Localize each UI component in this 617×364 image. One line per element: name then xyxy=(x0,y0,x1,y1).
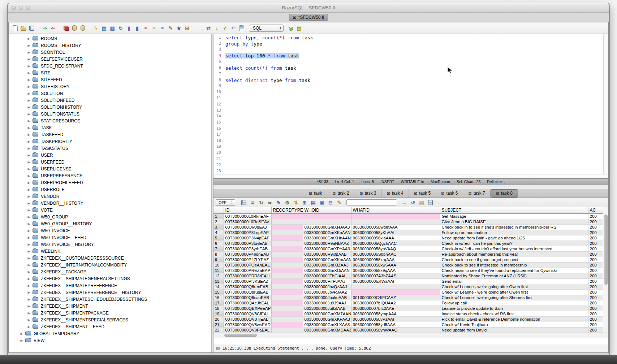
cell-id[interactable]: 00T3000000P46qnEAB xyxy=(224,251,271,257)
cell-id[interactable]: 00T3000000P3yrbEAB xyxy=(224,246,271,251)
editor-line[interactable] xyxy=(225,90,608,96)
table-row[interactable]: 2000T3000000QV8TjEAL0033000000GmXKPAA300… xyxy=(213,316,604,322)
editor-line[interactable] xyxy=(225,120,608,126)
cell-whoid[interactable]: 0033000000GmXOiAAN xyxy=(303,268,351,273)
cell-whoid[interactable]: 0033000000GmXKmAAN xyxy=(303,257,351,262)
tree-item-solutionhistory[interactable]: ▶SOLUTIONHISTORY xyxy=(9,104,211,110)
editor-line[interactable] xyxy=(225,169,608,174)
cell-recordtypeid[interactable] xyxy=(271,295,303,300)
table-hscroll-thumb[interactable] xyxy=(224,334,257,337)
disclosure-triangle-icon[interactable]: ▶ xyxy=(27,298,31,301)
cell-ac[interactable]: 200 xyxy=(588,278,604,284)
tree-item-zkfedex-shipmentpackage[interactable]: ▶ZKFEDEX__SHIPMENTPACKAGE xyxy=(9,309,211,316)
zoom-window-button[interactable] xyxy=(26,6,30,10)
abort-queries-icon[interactable] xyxy=(62,25,70,32)
table-row[interactable]: 1300T3000000PfvKSEAZ0033000000HirF8AAJ00… xyxy=(213,278,604,284)
describe-table-icon[interactable]: ▤ xyxy=(100,25,108,32)
cell-n[interactable]: 2 xyxy=(213,219,224,224)
cell-id[interactable]: 00T3000000P3N4pEAF xyxy=(224,235,271,240)
cell-subject[interactable]: Check-in w/ Ed - can he join this year? xyxy=(440,240,588,246)
results-search-input[interactable] xyxy=(346,199,397,205)
disclosure-triangle-icon[interactable]: ▶ xyxy=(27,147,31,150)
filter-results-icon[interactable]: ≡ xyxy=(249,199,256,206)
cell-whoid[interactable]: 0033000000Ju9J9AAJ xyxy=(303,300,351,306)
editor-line[interactable] xyxy=(225,162,608,169)
cell-subject[interactable]: Check-in w/ Jeff - couldn't afford last … xyxy=(440,246,588,251)
cell-id[interactable]: 00T3000000QV9FaEAL xyxy=(224,327,271,333)
cell-whoid[interactable]: 0033000000Ju9zlAAB xyxy=(303,306,351,311)
execute-lightning-icon[interactable]: ϟ xyxy=(92,25,99,32)
disclosure-triangle-icon[interactable]: ▶ xyxy=(27,119,31,123)
cell-recordtypeid[interactable] xyxy=(271,246,303,251)
disclosure-triangle-icon[interactable]: ▶ xyxy=(27,243,31,246)
tree-item-sitefeed[interactable]: ▶SITEFEED xyxy=(9,76,211,83)
result-tab-task-6[interactable]: ⊠task 6 xyxy=(436,189,463,198)
tree-item-zkfedex-shipmentspecialservices[interactable]: ▶ZKFEDEX__SHIPMENTSPECIALSERVICES xyxy=(9,316,211,323)
cell-subject[interactable]: Check back to see if good target prospec… xyxy=(440,257,588,262)
cell-ac[interactable]: 200 xyxy=(588,311,604,316)
cell-n[interactable]: 18 xyxy=(213,306,224,311)
cell-whatid[interactable]: 006300000058yhWAAQ xyxy=(351,327,440,333)
disclosure-triangle-icon[interactable]: ▶ xyxy=(27,229,31,233)
close-icon[interactable]: ⊠ xyxy=(387,191,390,196)
cell-subject[interactable]: Check back to see if interested in membe… xyxy=(440,262,588,268)
tree-item-zkfedex-shipmategeneralsettings[interactable]: ▶ZKFEDEX__SHIPMATEGENERALSETTINGS xyxy=(9,275,211,282)
tree-item-userpreference[interactable]: ▶USERPREFERENCE xyxy=(9,172,211,179)
cell-id[interactable]: 00T3000000PRR8rEAH xyxy=(224,273,271,278)
cell-whoid[interactable]: 0033000000H9aNBAAZ xyxy=(303,240,351,246)
disclosure-triangle-icon[interactable]: ▶ xyxy=(27,153,31,157)
cell-ac[interactable]: 200 xyxy=(588,251,604,257)
copy-rows-icon[interactable]: ▣ xyxy=(318,199,325,206)
highlight-pen-icon[interactable]: ✎ xyxy=(336,199,343,206)
editor-line[interactable] xyxy=(225,114,608,120)
table-row[interactable]: 400T3000000P3LopEAF0033000000GmXKnAAN006… xyxy=(213,230,604,235)
result-tab-task-4[interactable]: ⊠task 4 xyxy=(382,189,409,198)
cell-n[interactable]: 13 xyxy=(213,278,224,284)
disclosure-triangle-icon[interactable]: ▶ xyxy=(27,236,31,239)
disclosure-triangle-icon[interactable]: ▶ xyxy=(27,71,31,75)
editor-line[interactable] xyxy=(225,150,608,156)
tree-item-userlicense[interactable]: ▶USERLICENSE xyxy=(9,165,211,172)
cell-subject[interactable]: Give Jenn a BIG RAISE xyxy=(440,219,588,224)
cell-id[interactable]: 00T3000000PfvKSEAZ xyxy=(224,278,271,284)
editor-line[interactable] xyxy=(225,108,608,114)
disclosure-triangle-icon[interactable]: ▶ xyxy=(27,270,31,274)
column-header-id[interactable]: ID xyxy=(224,207,271,213)
tree-item-sitehistory[interactable]: ▶SITEHISTORY xyxy=(9,83,211,90)
cell-whatid[interactable]: 006300000058yPzAAI xyxy=(351,316,440,322)
cell-subject[interactable]: Send email xyxy=(440,278,588,284)
result-tab-task-7[interactable]: ⊠task 7 xyxy=(463,189,490,198)
table-vscrollbar[interactable] xyxy=(603,207,608,333)
cell-subject[interactable]: Check back in to see if she's interested… xyxy=(440,224,588,230)
cell-ac[interactable]: 200 xyxy=(588,213,604,219)
close-icon[interactable]: ⊠ xyxy=(359,191,363,196)
column-info-icon[interactable]: ≡ xyxy=(142,25,149,32)
cell-subject[interactable]: Need update from Bain - gave go ahead 1/… xyxy=(440,235,588,240)
editor-line[interactable]: select count(*) from task xyxy=(225,65,608,72)
cell-whatid[interactable]: 00630000007bIQUAA2 xyxy=(351,300,440,306)
column-header-whoid[interactable]: WHOID xyxy=(303,207,351,213)
refresh-results-icon[interactable]: ↻ xyxy=(258,199,265,206)
editor-vscrollbar[interactable] xyxy=(603,34,608,174)
tree-item-task[interactable]: ▶TASK xyxy=(9,124,211,131)
sort-rows-icon[interactable]: ⇅ xyxy=(292,199,299,206)
cell-subject[interactable]: Check w/ Leanne - we're going after Owen… xyxy=(440,284,588,289)
cell-recordtypeid[interactable] xyxy=(271,219,303,224)
table-row[interactable]: 1500T3000000Q8rugEAB0033000000JbvRJAAZCh… xyxy=(213,289,604,295)
cell-n[interactable]: 6 xyxy=(213,240,224,246)
sort-filter-icon[interactable]: ≡ xyxy=(150,25,158,32)
cell-id[interactable]: 00T3000000QV8wsEAD xyxy=(224,322,271,327)
tree-item-zkfedex-shipment[interactable]: ▶ZKFEDEX__SHIPMENT xyxy=(9,303,211,309)
tree-item-weblink[interactable]: ▶WEBLINK xyxy=(9,248,211,255)
cell-n[interactable]: 1 xyxy=(213,213,224,219)
tree-item-sfdc-registrant[interactable]: ▶SFDC_REGISTRANT xyxy=(9,62,211,69)
cell-subject[interactable]: Get Massage xyxy=(440,213,588,219)
table-row[interactable]: 900T3000000P47LYEAZ0033000000GmXKmAAN006… xyxy=(213,257,604,262)
disclosure-triangle-icon[interactable]: ▶ xyxy=(27,256,31,260)
column-header-recordtypeid[interactable]: RECORDTYPEID xyxy=(271,207,303,213)
close-icon[interactable]: ⊠ xyxy=(309,191,312,196)
disclosure-triangle-icon[interactable]: ▶ xyxy=(27,311,31,315)
editor-line[interactable]: select distinct type from task xyxy=(225,78,608,84)
table-row[interactable]: 1800T3000000QBXPeEAP0033000000Ju9zlAAB00… xyxy=(213,306,604,311)
preview-glasses-icon[interactable]: ∞ xyxy=(266,199,273,206)
